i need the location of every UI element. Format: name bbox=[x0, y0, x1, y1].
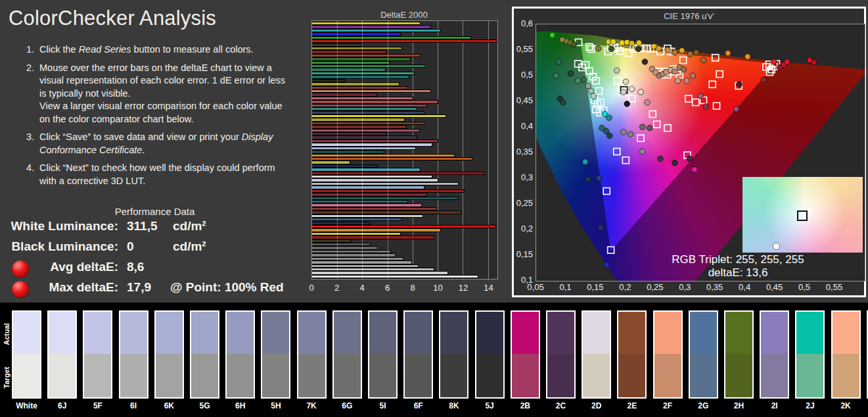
swatch-label: 2B bbox=[507, 401, 544, 410]
instruction-number: 2. bbox=[26, 62, 39, 126]
cie-x-tick: 0,4 bbox=[733, 282, 756, 292]
swatch-target-color bbox=[833, 354, 859, 397]
target-square-marker bbox=[693, 99, 699, 106]
perf-unit: cd/m² bbox=[173, 239, 206, 254]
comparator-swatch-2B bbox=[511, 310, 540, 399]
swatch-actual-color bbox=[618, 312, 645, 354]
target-square-marker bbox=[654, 121, 660, 128]
measured-circle-marker bbox=[585, 176, 591, 182]
cie-y-tick: 0,35 bbox=[514, 147, 533, 157]
swatch-target-color bbox=[405, 354, 432, 397]
cie-y-tick: 0,45 bbox=[514, 95, 533, 105]
measured-circle-marker bbox=[591, 93, 597, 99]
measured-circle-marker bbox=[687, 156, 693, 162]
measured-circle-marker bbox=[606, 115, 612, 121]
swatch-actual-color bbox=[262, 312, 289, 354]
measured-circle-marker bbox=[610, 39, 616, 45]
swatch-label: 2E bbox=[613, 401, 651, 410]
measured-circle-marker bbox=[568, 71, 574, 77]
measured-circle-marker bbox=[672, 50, 678, 56]
swatch-label: 2I bbox=[756, 401, 793, 410]
measured-circle-marker bbox=[560, 99, 566, 105]
measured-circle-marker bbox=[553, 73, 559, 79]
swatch-actual-color bbox=[191, 312, 218, 354]
swatch-actual-color bbox=[833, 312, 859, 354]
comparator-swatch-2D bbox=[582, 310, 611, 399]
measured-circle-marker bbox=[645, 99, 651, 105]
gridline-dotted bbox=[388, 21, 388, 279]
cie-x-tick: 0,05 bbox=[524, 282, 547, 292]
cie-x-tick: 0,25 bbox=[644, 282, 666, 292]
measured-circle-marker bbox=[761, 77, 767, 83]
swatch-actual-color bbox=[156, 312, 183, 354]
swatch-actual-color bbox=[49, 312, 76, 354]
measured-circle-marker bbox=[582, 159, 588, 165]
swatch-actual-color bbox=[761, 312, 788, 354]
measured-circle-marker bbox=[623, 79, 629, 85]
measured-circle-marker bbox=[640, 124, 646, 130]
measured-circle-marker bbox=[672, 160, 678, 166]
measured-circle-marker bbox=[596, 176, 602, 182]
swatch-target-color bbox=[227, 354, 254, 397]
swatch-label: 5G bbox=[186, 401, 223, 410]
deltae-x-tick: 10 bbox=[428, 283, 448, 293]
cie-x-tick: 0,55 bbox=[823, 282, 846, 292]
measured-circle-marker bbox=[690, 73, 696, 79]
comparator-swatch-2G bbox=[689, 310, 718, 399]
cie-y-tick: 0,55 bbox=[514, 44, 533, 54]
measured-circle-marker bbox=[700, 57, 706, 63]
target-square-marker bbox=[622, 157, 629, 164]
swatch-target-color bbox=[298, 354, 325, 397]
deltae-x-tick: 12 bbox=[453, 283, 473, 293]
instructions-panel: ColorChecker Analysis 1.Click the Read S… bbox=[0, 0, 304, 303]
comparator-swatch-2C bbox=[546, 310, 576, 399]
swatch-target-color bbox=[796, 354, 823, 397]
measured-circle-marker bbox=[638, 89, 644, 95]
instruction-number: 4. bbox=[26, 162, 39, 187]
perf-extra: @ Point: 100% Red bbox=[170, 280, 284, 295]
performance-row-3: Avg deltaE:8,6 bbox=[8, 260, 302, 280]
inset-target-square-marker bbox=[797, 210, 808, 221]
swatch-target-color bbox=[84, 354, 111, 397]
instruction-number: 1. bbox=[26, 43, 39, 57]
swatch-target-color bbox=[191, 354, 218, 397]
measured-circle-marker bbox=[575, 78, 581, 84]
measured-circle-marker bbox=[771, 59, 777, 65]
cie-y-tick: 0,15 bbox=[514, 249, 533, 259]
measured-circle-marker bbox=[624, 101, 630, 107]
measured-circle-marker bbox=[745, 54, 751, 60]
target-square-marker bbox=[586, 43, 593, 50]
swatch-actual-color bbox=[227, 312, 254, 354]
rgb-triplet-readout: RGB Triplet: 255, 255, 255 bbox=[612, 253, 863, 266]
target-square-marker bbox=[608, 247, 614, 253]
measured-circle-marker bbox=[658, 156, 664, 162]
perf-label: Black Luminance: bbox=[8, 239, 118, 254]
measured-circle-marker bbox=[595, 45, 601, 51]
comparator-swatch-6J bbox=[47, 310, 77, 399]
comparator-swatch-5G bbox=[190, 310, 219, 399]
swatch-label: White bbox=[8, 401, 45, 410]
cie-x-tick: 0,2 bbox=[614, 282, 636, 292]
instruction-item-4: 4.Click “Next” to check how well the dis… bbox=[26, 162, 294, 187]
swatch-label: 5I bbox=[364, 401, 401, 410]
measured-circle-marker bbox=[647, 125, 652, 131]
swatch-target-color bbox=[690, 354, 717, 397]
deltae-x-tick: 4 bbox=[352, 283, 372, 293]
cie-x-tick: 0,45 bbox=[764, 282, 786, 292]
swatch-target-color bbox=[262, 354, 289, 397]
comparator-swatch-6G bbox=[332, 310, 362, 399]
measured-circle-marker bbox=[620, 130, 626, 135]
measured-circle-marker bbox=[698, 93, 704, 99]
measured-circle-marker bbox=[737, 82, 742, 87]
swatch-target-color bbox=[13, 354, 40, 397]
gridline-solid bbox=[438, 21, 438, 279]
target-square-marker bbox=[637, 135, 644, 141]
swatch-label: 2J bbox=[791, 401, 829, 410]
comparator-swatch-2E bbox=[617, 310, 647, 399]
comparator-swatch-7K bbox=[297, 310, 327, 399]
swatch-target-color bbox=[334, 354, 361, 397]
comparator-swatch-White bbox=[12, 310, 41, 399]
instruction-item-3: 3.Click “Save” to save data and view or … bbox=[26, 131, 294, 157]
performance-data-header: Performance Data bbox=[8, 206, 302, 219]
instruction-text: Click “Next” to check how well the displ… bbox=[39, 162, 294, 187]
